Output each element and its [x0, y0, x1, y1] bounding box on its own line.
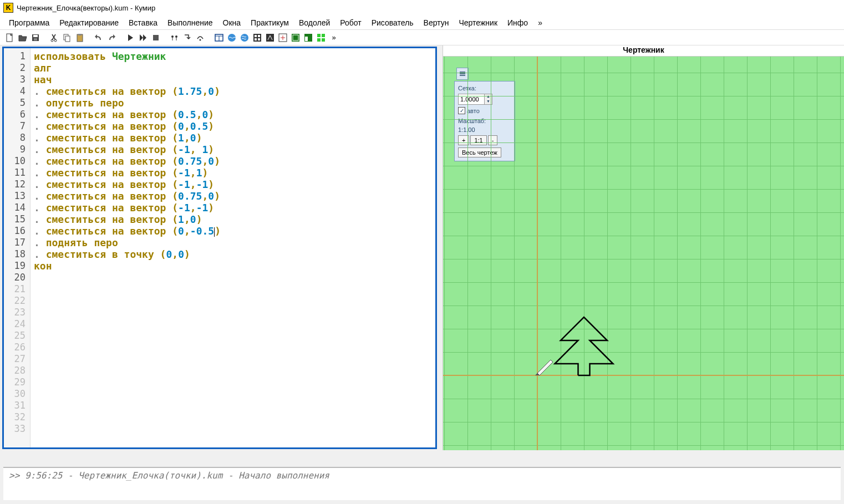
- svg-rect-9: [78, 34, 82, 35]
- console-output[interactable]: >> 9:56:25 - Чертежник_Елочка(точки).kum…: [3, 467, 841, 500]
- drafter-panel: Чертежник Сетка: ▲▼ ✓ авто Масштаб: 1:1.…: [443, 45, 844, 450]
- cut-icon[interactable]: [49, 32, 60, 43]
- menu-Инфо[interactable]: Инфо: [503, 17, 532, 29]
- tree-drawing: [443, 57, 842, 450]
- undo-icon[interactable]: [93, 32, 104, 43]
- step-over-icon[interactable]: [195, 32, 206, 43]
- line-gutter: 1234567891011121314151617181920212223242…: [4, 48, 30, 447]
- menu-Окна[interactable]: Окна: [218, 17, 246, 29]
- drafter-icon[interactable]: [290, 32, 301, 43]
- grid4-icon[interactable]: [316, 32, 327, 43]
- menu-bar: ПрограммаРедактированиеВставкаВыполнение…: [0, 16, 844, 30]
- window-icon[interactable]: [213, 32, 225, 43]
- robot-icon[interactable]: [252, 32, 263, 43]
- svg-rect-22: [255, 38, 257, 40]
- svg-point-18: [241, 34, 248, 42]
- menu-Вертун[interactable]: Вертун: [419, 17, 454, 29]
- menu-Робот[interactable]: Робот: [335, 17, 365, 29]
- editor-panel: 1234567891011121314151617181920212223242…: [0, 45, 439, 450]
- menu-Редактирование[interactable]: Редактирование: [55, 17, 123, 29]
- menu-»[interactable]: »: [533, 17, 547, 29]
- svg-rect-33: [322, 38, 325, 42]
- code-editor[interactable]: 1234567891011121314151617181920212223242…: [2, 47, 437, 449]
- run-fast-icon[interactable]: [138, 32, 149, 43]
- menu-Выполнение[interactable]: Выполнение: [163, 17, 217, 29]
- toolbar-more[interactable]: »: [328, 32, 339, 43]
- paste-icon[interactable]: [74, 32, 85, 43]
- window-title: Чертежник_Елочка(векторы).kum - Кумир: [17, 4, 155, 12]
- svg-rect-29: [305, 37, 308, 41]
- menu-Программа[interactable]: Программа: [4, 17, 54, 29]
- stop-icon[interactable]: [150, 32, 161, 43]
- drafter-title: Чертежник: [443, 45, 844, 57]
- svg-rect-7: [65, 36, 70, 42]
- step-icon[interactable]: [169, 32, 180, 43]
- main-area: 1234567891011121314151617181920212223242…: [0, 45, 844, 450]
- drafter2-icon[interactable]: [303, 32, 314, 43]
- app-icon: K: [3, 3, 13, 13]
- svg-rect-32: [317, 38, 321, 42]
- vodoley-icon[interactable]: [226, 32, 237, 43]
- run-icon[interactable]: [125, 32, 136, 43]
- svg-point-13: [200, 39, 201, 40]
- drafter-canvas[interactable]: Сетка: ▲▼ ✓ авто Масштаб: 1:1.00 + 1:1 -…: [443, 57, 844, 450]
- save-file-icon[interactable]: [30, 32, 41, 43]
- menu-Практикум[interactable]: Практикум: [246, 17, 293, 29]
- copy-icon[interactable]: [62, 32, 73, 43]
- new-file-icon[interactable]: [4, 32, 16, 43]
- svg-rect-2: [33, 35, 38, 37]
- menu-Рисователь[interactable]: Рисователь: [367, 17, 418, 29]
- svg-rect-31: [322, 34, 325, 37]
- svg-rect-3: [34, 38, 37, 40]
- menu-Чертежник[interactable]: Чертежник: [454, 17, 502, 29]
- pen-icon: [535, 355, 557, 378]
- vertun-icon[interactable]: [277, 32, 288, 43]
- svg-rect-21: [258, 35, 260, 37]
- title-bar: K Чертежник_Елочка(векторы).kum - Кумир: [0, 0, 844, 16]
- open-file-icon[interactable]: [17, 32, 28, 43]
- svg-rect-23: [258, 38, 260, 40]
- painter-icon[interactable]: [265, 32, 276, 43]
- vodoley2-icon[interactable]: [239, 32, 250, 43]
- menu-Водолей[interactable]: Водолей: [294, 17, 334, 29]
- svg-point-12: [175, 35, 177, 38]
- svg-rect-20: [255, 35, 257, 37]
- svg-point-11: [171, 35, 174, 38]
- code-area[interactable]: использовать Чертежник алг нач . сместит…: [30, 48, 435, 447]
- toolbar: »: [0, 30, 844, 45]
- step-into-icon[interactable]: [182, 32, 193, 43]
- svg-rect-30: [317, 34, 321, 37]
- svg-rect-10: [153, 35, 159, 40]
- menu-Вставка[interactable]: Вставка: [124, 17, 162, 29]
- redo-icon[interactable]: [106, 32, 117, 43]
